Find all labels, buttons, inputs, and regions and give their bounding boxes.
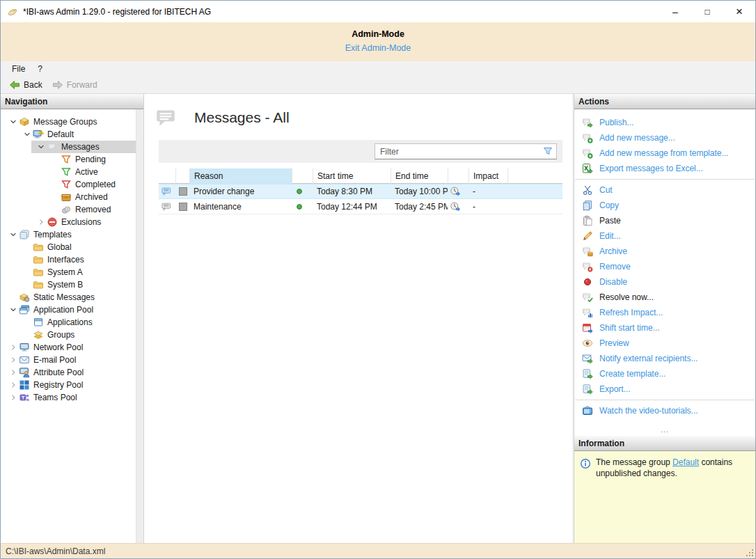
- nav-item-removed[interactable]: Removed: [1, 203, 136, 216]
- expander-expanded-icon[interactable]: [36, 141, 47, 152]
- expander-collapsed-icon[interactable]: [36, 216, 47, 228]
- expander-expanded-icon[interactable]: [22, 129, 33, 140]
- filter-funnel-icon[interactable]: [542, 145, 553, 157]
- expander-expanded-icon[interactable]: [8, 229, 19, 240]
- tree-item-label: Network Pool: [33, 343, 86, 352]
- back-button[interactable]: Back: [4, 78, 47, 92]
- forward-button[interactable]: Forward: [47, 78, 102, 92]
- action-export[interactable]: Export...: [574, 381, 755, 397]
- expander-collapsed-icon[interactable]: [8, 392, 19, 403]
- nav-scrollbar[interactable]: [136, 109, 143, 543]
- action-archive[interactable]: Archive: [574, 244, 755, 259]
- action-add-new-message[interactable]: Add new message...: [574, 130, 755, 145]
- action-paste[interactable]: Paste: [574, 213, 755, 228]
- cell-impact: -: [468, 199, 507, 214]
- navigation-body: Message GroupsDefaultMessagesPendingActi…: [1, 109, 143, 543]
- table-row[interactable]: MaintenanceToday 12:44 PMToday 2:45 PM-: [159, 199, 562, 214]
- tree-indent: [49, 179, 61, 190]
- action-shift-start-time[interactable]: Shift start time...: [574, 320, 755, 336]
- nav-item-attribute-pool[interactable]: Attribute Pool: [1, 366, 136, 379]
- exit-admin-mode-link[interactable]: Exit Admin-Mode: [345, 43, 411, 53]
- expander-collapsed-icon[interactable]: [8, 354, 19, 365]
- cell-reason: Provider change: [189, 184, 292, 198]
- action-add-new-message-from-template[interactable]: Add new message from template...: [574, 145, 755, 161]
- nav-item-active[interactable]: Active: [1, 166, 136, 178]
- menu-file[interactable]: File: [6, 62, 31, 76]
- cell-reason: Maintenance: [189, 199, 292, 214]
- maximize-button[interactable]: □: [691, 1, 723, 22]
- expander-collapsed-icon[interactable]: [8, 342, 19, 353]
- messages-icon: [47, 141, 58, 152]
- tree-item-label: Messages: [61, 142, 102, 152]
- nav-item-completed[interactable]: Completed: [1, 178, 136, 191]
- action-copy[interactable]: Copy: [574, 198, 755, 213]
- nav-item-global[interactable]: Global: [1, 241, 136, 253]
- nav-item-templates[interactable]: Templates: [1, 228, 136, 241]
- message-color-icon: [178, 201, 189, 212]
- nav-item-system-b[interactable]: System B: [1, 278, 136, 291]
- nav-item-message-groups[interactable]: Message Groups: [1, 116, 136, 128]
- action-resolve-now[interactable]: Resolve now...: [574, 290, 755, 305]
- nav-item-exclusions[interactable]: Exclusions: [1, 216, 136, 228]
- action-label: Refresh Impact...: [599, 308, 663, 317]
- tree-item-label: System A: [47, 267, 86, 277]
- nav-item-interfaces[interactable]: Interfaces: [1, 253, 136, 266]
- nav-item-pending[interactable]: Pending: [1, 153, 136, 166]
- action-edit[interactable]: Edit...: [574, 228, 755, 244]
- nav-item-archived[interactable]: Archived: [1, 191, 136, 203]
- action-preview[interactable]: Preview: [574, 336, 755, 351]
- column-header-end-time[interactable]: End time: [391, 168, 448, 184]
- default-group-link[interactable]: Default: [672, 457, 699, 467]
- expander-collapsed-icon[interactable]: [8, 367, 19, 378]
- minimize-button[interactable]: –: [659, 1, 691, 22]
- nav-item-static-messages[interactable]: Static Messages: [1, 291, 136, 304]
- action-export-messages-to-excel[interactable]: Export messages to Excel...: [574, 161, 755, 176]
- column-header-impact[interactable]: Impact: [468, 168, 507, 184]
- status-path: C:\IBI-aws\Admin\Data.xml: [6, 546, 105, 556]
- nav-item-default[interactable]: Default: [1, 128, 136, 141]
- panel-splitter-handle[interactable]: ...: [574, 427, 755, 436]
- expander-collapsed-icon[interactable]: [8, 379, 19, 391]
- status-bar: C:\IBI-aws\Admin\Data.xml: [1, 543, 755, 558]
- tree-indent: [49, 204, 61, 215]
- exclusions-icon: [47, 216, 58, 228]
- email-pool-icon: [19, 354, 30, 365]
- action-notify-external-recipients[interactable]: Notify external recipients...: [574, 351, 755, 366]
- nav-item-network-pool[interactable]: Network Pool: [1, 341, 136, 354]
- information-text: The message group Default contains unpub…: [596, 457, 750, 479]
- action-label: Add new message...: [599, 133, 675, 143]
- table-body: Provider changeToday 8:30 PMToday 10:00 …: [159, 184, 562, 214]
- nav-item-applications[interactable]: Applications: [1, 316, 136, 329]
- close-button[interactable]: ×: [723, 1, 755, 22]
- action-refresh-impact[interactable]: Refresh Impact...: [574, 305, 755, 320]
- expander-expanded-icon[interactable]: [8, 304, 19, 315]
- column-header-reason[interactable]: Reason: [189, 168, 292, 184]
- nav-item-e-mail-pool[interactable]: E-mail Pool: [1, 354, 136, 366]
- forward-icon: [52, 79, 63, 90]
- nav-item-messages[interactable]: Messages: [1, 141, 136, 153]
- action-cut[interactable]: Cut: [574, 182, 755, 198]
- table-row[interactable]: Provider changeToday 8:30 PMToday 10:00 …: [159, 184, 562, 199]
- menu-help[interactable]: ?: [31, 62, 49, 76]
- actions-header: Actions: [574, 94, 755, 109]
- copy-icon: [582, 200, 593, 211]
- expander-expanded-icon[interactable]: [8, 116, 19, 127]
- action-watch-the-video-tutorials[interactable]: Watch the video-tutorials...: [574, 403, 755, 418]
- nav-item-groups[interactable]: Groups: [1, 329, 136, 341]
- column-header-start-time[interactable]: Start time: [313, 168, 391, 184]
- nav-item-system-a[interactable]: System A: [1, 266, 136, 278]
- attribute-pool-icon: [19, 367, 30, 378]
- nav-item-application-pool[interactable]: Application Pool: [1, 304, 136, 316]
- nav-item-registry-pool[interactable]: Registry Pool: [1, 379, 136, 391]
- tree-item-label: Attribute Pool: [33, 368, 86, 377]
- filter-input[interactable]: [375, 143, 557, 159]
- nav-item-teams-pool[interactable]: Teams Pool: [1, 391, 136, 404]
- messages-table: Reason Start time End time Impact Provid…: [159, 168, 562, 214]
- tree-item-label: Global: [47, 242, 74, 252]
- action-remove[interactable]: Remove: [574, 259, 755, 274]
- resize-grip[interactable]: [746, 549, 753, 556]
- action-disable[interactable]: Disable: [574, 274, 755, 290]
- action-create-template[interactable]: Create template...: [574, 366, 755, 381]
- action-publish[interactable]: Publish...: [574, 115, 755, 130]
- action-label: Remove: [599, 262, 631, 271]
